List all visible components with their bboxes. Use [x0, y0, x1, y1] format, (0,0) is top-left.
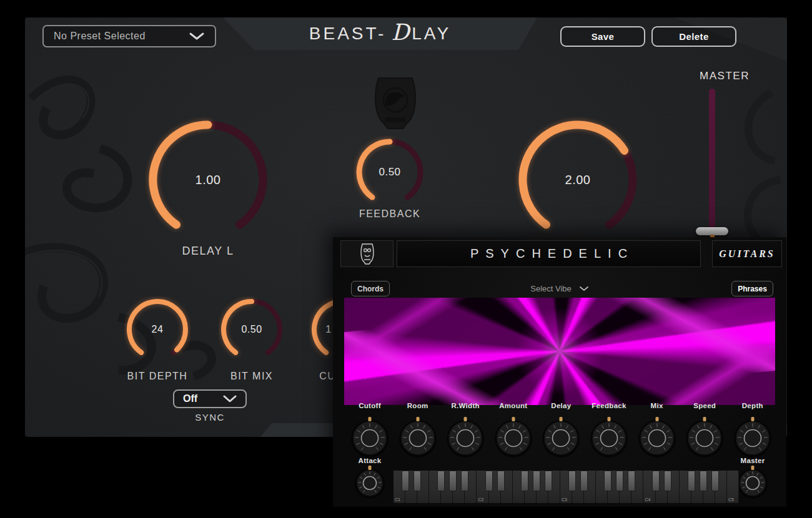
piano-key-white[interactable]: C5	[727, 471, 739, 503]
knob-mix[interactable]	[636, 417, 678, 459]
attack-knob-label: Attack	[359, 457, 382, 464]
piano-key-black[interactable]	[628, 471, 635, 491]
knob-delay-label: Delay	[551, 402, 571, 409]
knob-attack[interactable]	[352, 466, 387, 501]
preset-dropdown-value: No Preset Selected	[54, 31, 146, 42]
knob-feedback-label: FEEDBACK	[359, 208, 420, 220]
piano-key-black[interactable]	[461, 471, 468, 491]
chevron-down-icon	[223, 395, 237, 403]
knob-room-label: Room	[407, 402, 428, 409]
knob-feedback[interactable]	[588, 417, 630, 459]
knob-mix-label: Mix	[651, 402, 663, 409]
knob-delay[interactable]	[540, 417, 582, 459]
chevron-down-icon	[189, 32, 205, 41]
chords-button[interactable]: Chords	[351, 281, 390, 296]
sync-dropdown[interactable]: Off	[173, 389, 247, 408]
piano-key-black[interactable]	[652, 471, 660, 491]
knob-feedback-value: 0.50	[379, 166, 400, 178]
piano-key-black[interactable]	[485, 471, 493, 491]
piano-key-black[interactable]	[688, 471, 695, 491]
phrases-button[interactable]: Phrases	[731, 281, 773, 296]
title-script-letter: D	[391, 19, 409, 45]
title-part-1: BEAST-	[309, 24, 387, 44]
fractal-visual	[344, 298, 775, 405]
knob-cutoff-label: Cutoff	[359, 402, 381, 409]
knob-master[interactable]	[735, 466, 770, 501]
knob-speed[interactable]	[683, 417, 726, 459]
piano-key-black[interactable]	[664, 471, 671, 491]
knob-room[interactable]	[397, 417, 439, 459]
knob-speed-label: Speed	[693, 402, 716, 409]
sync-dropdown-value: Off	[183, 393, 197, 404]
psychedelic-logo	[340, 240, 394, 267]
knob-bit-depth-label: BIT DEPTH	[127, 371, 188, 382]
knob-amount[interactable]	[492, 417, 535, 459]
guitars-brand: GUITARS	[719, 248, 775, 260]
piano-key-black[interactable]	[521, 471, 528, 491]
octave-label: C1	[395, 497, 400, 502]
knob-depth-label: Depth	[742, 402, 763, 409]
piano-key-black[interactable]	[616, 471, 623, 491]
knob-cutoff[interactable]	[349, 417, 391, 459]
piano-key-black[interactable]	[497, 471, 505, 491]
knob-feedback-label: Feedback	[592, 402, 626, 409]
vibe-select[interactable]: Select Vibe	[497, 281, 622, 296]
save-button[interactable]: Save	[560, 26, 645, 47]
piano-key-black[interactable]	[700, 471, 707, 491]
plugin-title: BEAST- D LAY	[223, 17, 537, 50]
knob-delay-r-value: 2.00	[565, 173, 591, 187]
beast-emblem	[374, 76, 417, 131]
master-knob-label: Master	[741, 457, 765, 464]
knob-delay-l-label: DELAY L	[182, 245, 234, 258]
vibe-select-value: Select Vibe	[530, 284, 572, 293]
knob-delay-l[interactable]: 1.00	[145, 117, 271, 243]
chevron-down-icon	[579, 286, 589, 291]
fractal-pattern	[344, 298, 775, 405]
piano-key-black[interactable]	[711, 471, 719, 491]
knob-bit-mix[interactable]: 0.50	[219, 296, 285, 363]
knob-bit-mix-label: BIT MIX	[230, 371, 273, 382]
octave-label: C5	[728, 497, 734, 502]
knob-depth[interactable]	[731, 417, 774, 459]
piano-key-black[interactable]	[580, 471, 588, 491]
preset-dropdown[interactable]: No Preset Selected	[42, 25, 216, 47]
knob-r-width-label: R.Width	[451, 402, 479, 409]
knob-bit-depth[interactable]: 24	[124, 296, 191, 363]
piano-keyboard: C1C2C3C4C5	[393, 470, 740, 504]
knob-delay-r[interactable]: 2.00	[515, 117, 641, 243]
psychedelic-title-plate: PSYCHEDELIC	[397, 240, 701, 267]
knob-bit-mix-value: 0.50	[241, 324, 262, 335]
owl-emblem-icon	[360, 243, 375, 265]
title-part-2: LAY	[412, 24, 451, 44]
knob-bit-depth-value: 24	[152, 324, 164, 335]
piano-key-black[interactable]	[437, 471, 445, 491]
piano-key-black[interactable]	[402, 471, 409, 491]
knob-cutoff-value: 1	[325, 324, 331, 335]
octave-label: C3	[562, 497, 567, 502]
piano-key-black[interactable]	[413, 471, 421, 491]
piano-key-black[interactable]	[449, 471, 457, 491]
knob-r-width[interactable]	[444, 417, 487, 459]
piano-key-black[interactable]	[568, 471, 576, 491]
delete-button[interactable]: Delete	[651, 26, 736, 47]
piano-key-black[interactable]	[533, 471, 540, 491]
guitars-brand-plate: GUITARS	[712, 240, 782, 267]
master-slider-track[interactable]	[709, 89, 715, 231]
octave-label: C4	[645, 497, 650, 502]
piano-key-black[interactable]	[545, 471, 552, 491]
psychedelic-window: PSYCHEDELIC GUITARS Chords Phrases Selec…	[333, 237, 786, 507]
piano-key-black[interactable]	[604, 471, 611, 491]
knob-feedback[interactable]: 0.50	[354, 136, 426, 208]
sync-label: SYNC	[173, 412, 247, 423]
knob-amount-label: Amount	[499, 402, 527, 409]
psychedelic-title: PSYCHEDELIC	[463, 247, 634, 261]
master-slider-label: MASTER	[687, 70, 762, 82]
knob-delay-l-value: 1.00	[196, 173, 221, 187]
octave-label: C2	[478, 497, 483, 502]
